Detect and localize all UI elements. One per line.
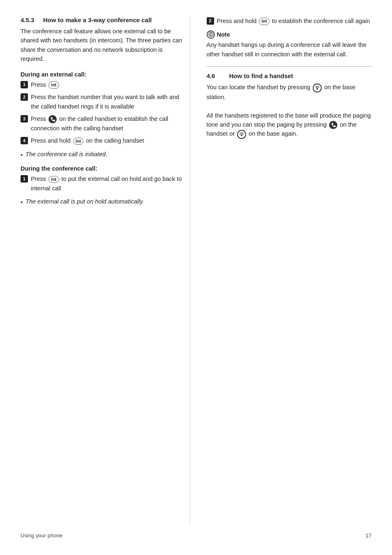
conference-step-1-text: Press int to put the external call on ho…: [31, 174, 186, 193]
conference-step-1: 1 Press int to put the external call on …: [21, 174, 186, 193]
talk-icon-46: [329, 121, 337, 129]
right-step-num-2: 2: [207, 17, 214, 25]
step-num-2: 2: [21, 93, 28, 101]
right-step-2-text: Press and hold int to establish the conf…: [217, 16, 372, 25]
int-icon-right2: int: [259, 18, 269, 25]
section-46-title: How to find a handset: [229, 72, 293, 79]
external-steps: 1 Press int 2 Press the handset number t…: [21, 80, 186, 146]
section-453-number: 4.5.3: [21, 16, 43, 23]
section-46-number: 4.6: [207, 72, 229, 79]
note-label: Note: [217, 31, 230, 38]
footer-right: 17: [366, 532, 371, 539]
int-icon-4: int: [73, 138, 83, 145]
external-step-1-text: Press int: [31, 80, 186, 89]
section-46-heading: 4.6 How to find a handset: [207, 72, 372, 79]
section-453-body: The conference call feature allows one e…: [21, 27, 186, 64]
bullet-dot-1: •: [21, 150, 23, 160]
section-453-heading: 4.5.3 How to make a 3-way conference cal…: [21, 16, 186, 23]
external-step-1: 1 Press int: [21, 80, 186, 89]
external-step-4: 4 Press and hold int on the calling hand…: [21, 136, 186, 145]
right-column: 2 Press and hold int to establish the co…: [203, 16, 372, 524]
external-step-4-text: Press and hold int on the calling handse…: [31, 136, 186, 145]
int-icon-1: int: [48, 81, 59, 88]
int-icon-conf1: int: [48, 176, 59, 183]
svg-point-0: [316, 88, 318, 90]
svg-point-1: [241, 134, 242, 136]
external-step-3-text: Press on the called handset to establish…: [31, 114, 186, 133]
conference-bullet: • The external call is put on hold autom…: [21, 197, 186, 207]
section-46-body1: You can locate the handset by pressing: [207, 84, 312, 90]
conference-bullet-text: The external call is put on hold automat…: [25, 197, 144, 206]
conf-step-num-1: 1: [21, 175, 28, 183]
page: 4.5.3 How to make a 3-way conference cal…: [0, 0, 392, 555]
divider: [207, 66, 372, 67]
step-num-3: 3: [21, 115, 28, 123]
external-step-2: 2 Press the handset number that you want…: [21, 92, 186, 111]
left-column: 4.5.3 How to make a 3-way conference cal…: [21, 16, 190, 524]
step-num-4: 4: [21, 137, 28, 144]
talk-icon-3: [48, 115, 57, 123]
page-icon-1: [313, 83, 322, 92]
section-46-body2c: on the base again.: [249, 130, 297, 137]
note-body: Any handset hangs up during a conference…: [207, 40, 372, 59]
note-icon: Ⓒ: [207, 30, 215, 39]
external-bullet-text: The conference call is initiated.: [25, 150, 107, 159]
right-step-2: 2 Press and hold int to establish the co…: [207, 16, 372, 25]
external-step-2-text: Press the handset number that you want t…: [31, 92, 186, 111]
note-block: Ⓒ Note Any handset hangs up during a con…: [207, 30, 372, 59]
page-icon-2: [237, 130, 246, 139]
section-453-title: How to make a 3-way conference call: [43, 16, 152, 23]
section-46-body: You can locate the handset by pressing o…: [207, 83, 372, 139]
during-conference-heading: During the conference call:: [21, 165, 186, 172]
bullet-dot-2: •: [21, 198, 23, 207]
footer-left: Using your phone: [21, 532, 62, 539]
during-external-heading: During an external call:: [21, 71, 186, 78]
step-num-1: 1: [21, 81, 28, 88]
conference-steps: 1 Press int to put the external call on …: [21, 174, 186, 193]
external-bullet: • The conference call is initiated.: [21, 150, 186, 160]
two-column-layout: 4.5.3 How to make a 3-way conference cal…: [21, 16, 371, 524]
note-title: Ⓒ Note: [207, 30, 372, 39]
external-step-3: 3 Press on the called handset to establi…: [21, 114, 186, 133]
footer: Using your phone 17: [21, 524, 371, 539]
